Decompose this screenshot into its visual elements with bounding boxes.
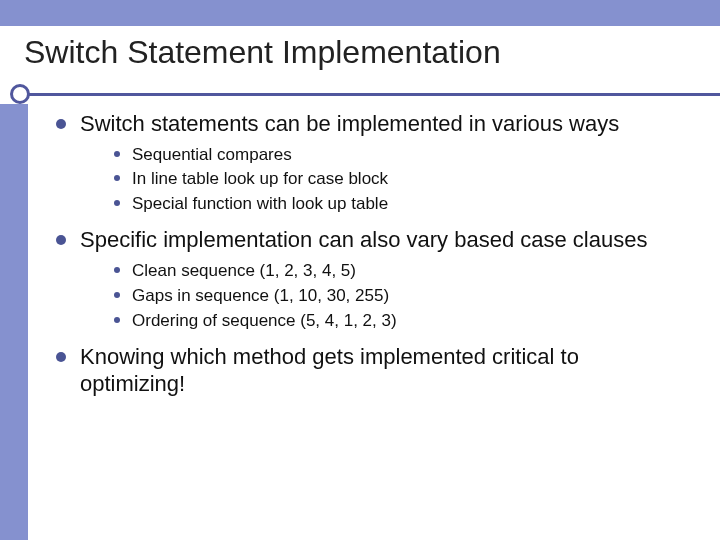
content-area: Switch statements can be implemented in … bbox=[54, 110, 690, 406]
bullet-list: Switch statements can be implemented in … bbox=[54, 110, 690, 398]
list-item: Ordering of sequence (5, 4, 1, 2, 3) bbox=[114, 310, 690, 333]
list-item: In line table look up for case block bbox=[114, 168, 690, 191]
slide-title: Switch Statement Implementation bbox=[24, 34, 720, 71]
bullet-text: In line table look up for case block bbox=[132, 169, 388, 188]
left-band bbox=[0, 104, 28, 540]
list-item: Gaps in sequence (1, 10, 30, 255) bbox=[114, 285, 690, 308]
sub-bullet-list: Clean sequence (1, 2, 3, 4, 5) Gaps in s… bbox=[114, 260, 690, 333]
bullet-text: Specific implementation can also vary ba… bbox=[80, 227, 647, 252]
bullet-text: Sequential compares bbox=[132, 145, 292, 164]
bullet-text: Clean sequence (1, 2, 3, 4, 5) bbox=[132, 261, 356, 280]
list-item: Switch statements can be implemented in … bbox=[54, 110, 690, 216]
sub-bullet-list: Sequential compares In line table look u… bbox=[114, 144, 690, 217]
bullet-text: Special function with look up table bbox=[132, 194, 388, 213]
rule-line bbox=[28, 93, 720, 96]
list-item: Specific implementation can also vary ba… bbox=[54, 226, 690, 332]
bullet-text: Ordering of sequence (5, 4, 1, 2, 3) bbox=[132, 311, 397, 330]
list-item: Special function with look up table bbox=[114, 193, 690, 216]
title-area: Switch Statement Implementation bbox=[0, 26, 720, 71]
slide: Switch Statement Implementation Switch s… bbox=[0, 0, 720, 540]
bullet-text: Switch statements can be implemented in … bbox=[80, 111, 619, 136]
top-band bbox=[0, 0, 720, 26]
rule-circle-icon bbox=[10, 84, 30, 104]
list-item: Sequential compares bbox=[114, 144, 690, 167]
title-rule bbox=[0, 82, 720, 106]
list-item: Clean sequence (1, 2, 3, 4, 5) bbox=[114, 260, 690, 283]
bullet-text: Gaps in sequence (1, 10, 30, 255) bbox=[132, 286, 389, 305]
list-item: Knowing which method gets implemented cr… bbox=[54, 343, 690, 398]
bullet-text: Knowing which method gets implemented cr… bbox=[80, 344, 579, 397]
